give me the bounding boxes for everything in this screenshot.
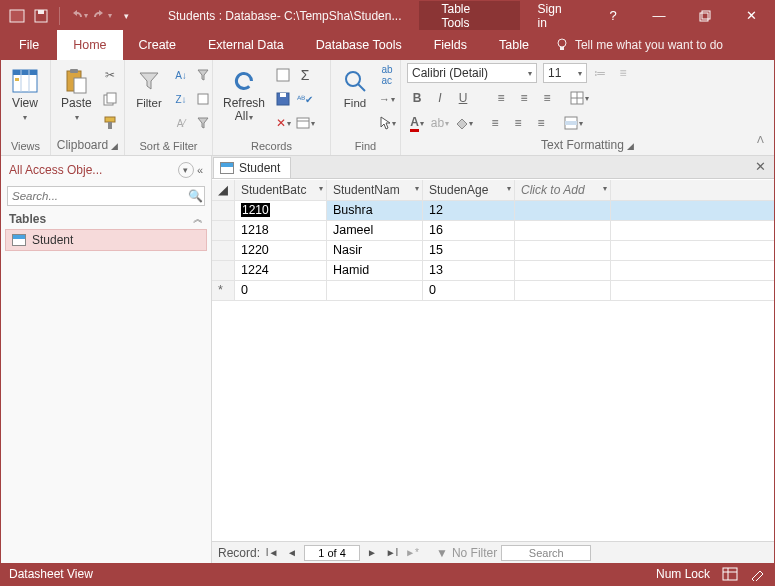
font-name-select[interactable]: Calibri (Detail)▾ [407,63,537,83]
selection-filter-icon[interactable] [193,65,213,85]
table-row[interactable]: 1220 Nasir 15 [212,240,774,260]
column-header-age[interactable]: StudenAge▾ [423,180,515,200]
new-record-button[interactable]: ►* [404,545,420,561]
prev-record-button[interactable]: ◄ [284,545,300,561]
save-icon[interactable] [31,6,51,26]
cell-name[interactable]: Nasir [327,240,423,260]
find-button[interactable]: Find [335,63,375,135]
goto-icon[interactable]: →▾ [377,89,397,109]
datasheet[interactable]: ◢ StudentBatc▾ StudentNam▾ StudenAge▾ Cl… [212,179,774,541]
row-selector[interactable] [212,240,235,260]
search-icon[interactable]: 🔍 [186,189,204,203]
bold-button[interactable]: B [407,88,427,108]
new-record-indicator[interactable]: * [212,280,235,300]
tab-create[interactable]: Create [123,30,193,60]
column-header-batch[interactable]: StudentBatc▾ [235,180,327,200]
column-header-name[interactable]: StudentNam▾ [327,180,423,200]
cell-name[interactable]: Jameel [327,220,423,240]
nav-title[interactable]: All Access Obje... [9,163,102,177]
undo-icon[interactable]: ▾ [68,6,88,26]
fill-color-icon[interactable]: ▾ [453,113,473,133]
italic-button[interactable]: I [430,88,450,108]
delete-record-icon[interactable]: ✕▾ [273,113,293,133]
align-center-icon[interactable]: ≡ [514,88,534,108]
cell-age[interactable]: 16 [423,220,515,240]
paste-button[interactable]: Paste▾ [55,63,98,135]
restore-button[interactable] [682,1,728,30]
replace-icon[interactable]: abac [377,65,397,85]
format-painter-icon[interactable] [100,113,120,133]
next-record-button[interactable]: ► [364,545,380,561]
align-left-icon[interactable]: ≡ [491,88,511,108]
record-search-input[interactable] [501,545,591,561]
collapse-group-icon[interactable]: ︽ [193,212,203,226]
spelling-icon[interactable]: ᴬᴮ✔ [295,89,315,109]
cell-batch[interactable]: 1218 [235,220,327,240]
cell-batch[interactable]: 1224 [235,260,327,280]
advanced-filter-icon[interactable] [193,89,213,109]
refresh-all-button[interactable]: Refresh All▾ [217,63,271,135]
cell-name[interactable] [327,280,423,300]
highlight-icon[interactable]: ab▾ [430,113,450,133]
align-grid-icon[interactable]: ≡ [485,113,505,133]
table-row[interactable]: 1224 Hamid 13 [212,260,774,280]
totals-icon[interactable]: Σ [295,65,315,85]
cell-name[interactable]: Hamid [327,260,423,280]
help-icon[interactable]: ? [590,1,636,30]
bullets-icon[interactable]: ≔ [590,63,610,83]
row-selector[interactable] [212,260,235,280]
new-record-row[interactable]: * 0 0 [212,280,774,300]
cut-icon[interactable]: ✂ [100,65,120,85]
gridlines-icon[interactable]: ▾ [569,88,589,108]
font-color-icon[interactable]: A▾ [407,113,427,133]
sort-asc-icon[interactable]: A↓ [171,65,191,85]
row-selector[interactable] [212,220,235,240]
tab-fields[interactable]: Fields [418,30,483,60]
nav-item-student[interactable]: Student [5,229,207,251]
numbering-icon[interactable]: ≡ [613,63,633,83]
cell-age[interactable]: 12 [423,200,515,220]
minimize-button[interactable]: — [636,1,682,30]
tab-home[interactable]: Home [57,30,122,60]
table-row[interactable]: 1210 Bushra 12 [212,200,774,220]
underline-button[interactable]: U [453,88,473,108]
cell-batch[interactable]: 0 [235,280,327,300]
view-datasheet-icon[interactable] [722,567,738,581]
nav-menu-chevron-icon[interactable]: ▾ [178,162,194,178]
remove-sort-icon[interactable]: A⁄ [171,113,191,133]
column-header-clicktoadd[interactable]: Click to Add▾ [515,180,611,200]
align-right-icon[interactable]: ≡ [537,88,557,108]
sign-in-link[interactable]: Sign in [520,2,590,30]
view-button[interactable]: View▾ [5,63,45,135]
redo-icon[interactable]: ▾ [92,6,112,26]
copy-icon[interactable] [100,89,120,109]
tell-me-box[interactable]: Tell me what you want to do [545,30,733,60]
last-record-button[interactable]: ►I [384,545,400,561]
cell-age[interactable]: 13 [423,260,515,280]
nav-search-box[interactable]: 🔍 [7,186,205,206]
select-all-corner[interactable]: ◢ [212,180,235,200]
filter-button[interactable]: Filter [129,63,169,135]
increase-indent-icon[interactable]: ≡ [508,113,528,133]
cell-age[interactable]: 15 [423,240,515,260]
row-selector[interactable] [212,200,235,220]
filter-indicator-icon[interactable]: ▼ [436,546,448,560]
qat-customize-icon[interactable]: ▾ [116,6,136,26]
toggle-filter-icon[interactable] [193,113,213,133]
decrease-indent-icon[interactable]: ≡ [531,113,551,133]
record-position-input[interactable] [304,545,360,561]
select-icon[interactable]: ▾ [377,113,397,133]
tab-external-data[interactable]: External Data [192,30,300,60]
cell-name[interactable]: Bushra [327,200,423,220]
sort-desc-icon[interactable]: Z↓ [171,89,191,109]
nav-collapse-icon[interactable]: « [197,164,203,176]
ribbon-collapse-icon[interactable]: ᐱ [751,134,769,145]
nav-search-input[interactable] [8,190,186,202]
close-tab-icon[interactable]: ✕ [755,159,766,174]
font-size-select[interactable]: 11▾ [543,63,587,83]
tab-database-tools[interactable]: Database Tools [300,30,418,60]
save-record-icon[interactable] [273,89,293,109]
cell-batch[interactable]: 1210 [235,200,327,220]
cell-batch[interactable]: 1220 [235,240,327,260]
alt-fill-icon[interactable]: ▾ [563,113,583,133]
